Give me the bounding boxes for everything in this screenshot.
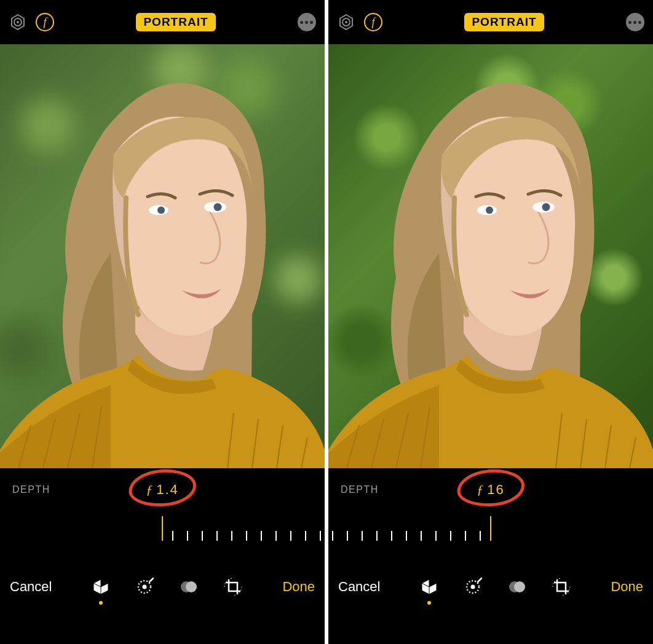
svg-point-36 [470,585,475,589]
screen-right: f PORTRAIT [328,0,653,644]
bottom-bar: Cancel [0,560,325,613]
depth-slider[interactable] [328,511,653,560]
active-dot [427,601,431,605]
photo-preview[interactable] [0,44,325,468]
slider-ticks [0,524,325,541]
top-bar: f PORTRAIT [328,0,653,44]
portrait-tool[interactable] [92,578,110,596]
top-bar: f PORTRAIT [0,0,325,44]
done-button[interactable]: Done [282,579,315,595]
svg-line-37 [478,578,481,582]
svg-point-19 [186,581,197,592]
portrait-subject [0,44,325,468]
crop-tool[interactable] [552,577,571,597]
svg-point-25 [486,206,493,214]
mode-chip[interactable]: PORTRAIT [464,13,544,31]
svg-point-39 [514,581,525,592]
aperture-icon[interactable]: f [36,13,54,31]
svg-point-16 [142,585,146,589]
adjust-tool[interactable] [463,577,483,597]
depth-slider[interactable] [0,511,325,560]
slider-ticks [328,524,653,541]
cancel-button[interactable]: Cancel [338,579,380,595]
mode-chip[interactable]: PORTRAIT [136,13,215,31]
svg-point-5 [157,206,165,214]
more-icon[interactable] [298,13,316,31]
svg-line-17 [149,578,153,582]
done-button[interactable]: Done [611,579,643,595]
depth-row: DEPTH ƒ1.4 [0,468,325,511]
screen-left: f PORTRAIT [0,0,325,644]
svg-point-2 [17,21,19,23]
aperture-icon[interactable]: f [364,13,382,31]
depth-label: DEPTH [341,484,379,495]
portrait-tool[interactable] [420,578,438,596]
bottom-bar: Cancel [328,560,653,613]
cancel-button[interactable]: Cancel [10,579,52,595]
live-photo-icon[interactable] [9,13,27,31]
filters-tool[interactable] [507,577,527,597]
svg-point-26 [542,203,550,211]
photo-preview[interactable] [328,44,653,468]
filters-tool[interactable] [179,577,199,597]
adjust-tool[interactable] [135,577,154,597]
f-stop-value: ƒ16 [477,482,504,498]
svg-point-22 [345,21,347,23]
portrait-subject [328,44,653,468]
f-stop-value: ƒ1.4 [146,482,179,498]
live-photo-icon[interactable] [337,13,355,31]
crop-tool[interactable] [223,577,243,597]
more-icon[interactable] [626,13,644,31]
depth-row: DEPTH ƒ16 [328,468,653,511]
depth-label: DEPTH [12,484,50,495]
active-dot [99,601,103,605]
svg-point-6 [214,203,222,211]
